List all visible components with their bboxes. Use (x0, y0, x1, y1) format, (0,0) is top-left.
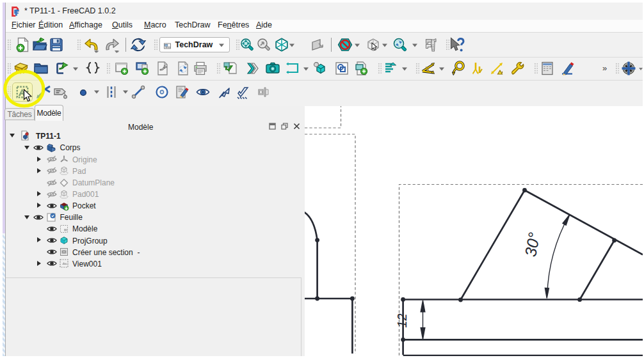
svg-text:12: 12 (395, 313, 409, 327)
svg-text:30°: 30° (521, 231, 543, 258)
